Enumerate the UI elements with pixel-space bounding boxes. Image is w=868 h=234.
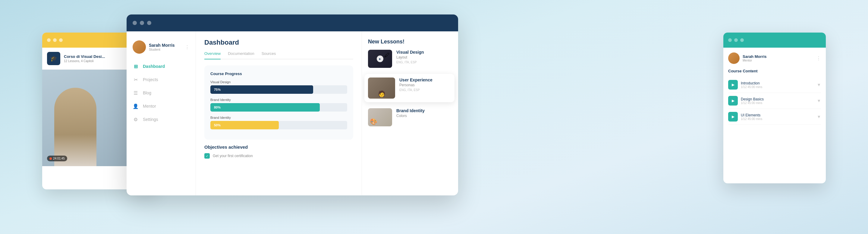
lesson-info-3: Brand Identity Colors [396,108,425,118]
right-lesson-icon-2: ▶ [728,96,738,106]
timer-badge: 24:01:45 [47,155,67,161]
user-role: Student [149,48,175,51]
objective-item-1: ✓ Get your first certification [204,153,353,158]
mentor-icon: 👤 [133,103,138,109]
right-dot-2 [734,38,738,42]
more-icon[interactable]: ⋮ [185,44,190,50]
lesson-thumb-3: 🎨 [368,108,392,126]
panel-title: Dashboard [204,38,353,47]
sidebar-user: Sarah Morris Student ⋮ [127,37,195,60]
progress-item-3: Brand Identity 50% [210,116,347,129]
progress-bar-bg-2: 80% [210,103,347,112]
right-sidebar-content: Sarah Morris Mentor ⋮ Course Content ▶ I… [723,48,826,130]
lesson-title-3: Brand Identity [396,108,425,113]
lesson-subtitle-3: Colors [396,114,425,118]
main-panel: Dashboard Overview Documentation Sources… [196,31,362,196]
colors-icon: 🎨 [370,118,377,125]
user-info: Sarah Morris Student [149,43,175,51]
expand-icon-1[interactable]: ▼ [817,82,821,87]
lesson-subtitle-2: Personas [399,83,433,87]
progress-bar-fill-1: 75% [210,85,313,94]
lesson-card-3: 🎨 Brand Identity Colors [368,108,452,126]
right-user-name: Sarah Morris [743,54,767,59]
main-titlebar [127,14,458,31]
progress-bar-bg-3: 50% [210,121,347,129]
right-lesson-item-2: ▶ Design Basics 1/12 45:00 mins ▼ [728,93,821,109]
lesson-info-2: User Experience Personas ENG, ITA, ESP [399,78,433,92]
main-dot-2 [140,21,144,25]
user-name: Sarah Morris [149,43,175,48]
check-icon: ✓ [204,153,210,158]
progress-bar-bg-1: 75% [210,85,347,94]
dashboard-icon: ⊞ [133,63,138,69]
tab-documentation[interactable]: Documentation [228,51,254,59]
course-icon: 🎓 [47,52,60,65]
right-lesson-name-3: UI Elements [741,113,762,117]
lesson-langs-1: ENG, ITA, ESP [396,61,424,64]
settings-icon: ⚙ [133,116,138,122]
avatar-image [133,40,146,54]
nav-blog[interactable]: ☰ Blog [127,86,195,99]
sidebar: Sarah Morris Student ⋮ ⊞ Dashboard ✂ Pro… [127,31,196,196]
new-lessons-panel: New Lessons! 🖊 ▶ Visual Design Layout EN… [362,31,458,196]
right-lesson-name-2: Design Basics [741,97,764,101]
lesson-thumb-1: 🖊 ▶ [368,50,392,68]
play-button-1[interactable]: ▶ [377,56,383,62]
right-dot-1 [728,38,732,42]
right-avatar [728,53,740,64]
progress-bar-fill-2: 80% [210,103,320,112]
main-dot-3 [147,21,151,25]
expand-icon-2[interactable]: ▼ [817,98,821,103]
right-user-role: Mentor [743,59,767,62]
nav-mentor-label: Mentor [143,104,156,109]
expand-icon-3[interactable]: ▼ [817,114,821,119]
progress-name-3: Brand Identity [210,116,347,119]
lesson-subtitle-1: Layout [396,55,424,59]
main-dot-1 [133,21,137,25]
right-user-row: Sarah Morris Mentor ⋮ [728,53,821,64]
progress-bar-fill-3: 50% [210,121,279,129]
course-title: Corso di Visual Desi... [64,54,105,59]
nav-settings-label: Settings [143,117,158,122]
nav-blog-label: Blog [143,90,151,95]
main-content: Sarah Morris Student ⋮ ⊞ Dashboard ✂ Pro… [127,31,458,196]
progress-name-1: Visual Design [210,80,347,84]
tab-sources[interactable]: Sources [261,51,276,59]
nav-projects-label: Projects [143,77,158,82]
lesson-card-1: 🖊 ▶ Visual Design Layout ENG, ITA, ESP [368,50,452,68]
projects-icon: ✂ [133,77,138,83]
person-figure [54,88,96,166]
right-lesson-meta-1: 1/12 45:00 mins [741,85,762,89]
objectives-section: Objectives achieved ✓ Get your first cer… [204,144,353,158]
progress-name-2: Brand Identity [210,98,347,101]
tabs: Overview Documentation Sources [204,51,353,59]
nav-mentor[interactable]: 👤 Mentor [127,99,195,113]
course-meta: 12 Lessons, 4 Capitoli [64,59,105,63]
right-lesson-info-1: Introduction 1/12 45:00 mins [741,81,762,89]
right-user-info: Sarah Morris Mentor [743,54,767,62]
avatar [133,40,146,54]
pen-icon: 🖊 [384,52,390,59]
course-progress-label: Course Progress [210,71,347,76]
lesson-card-2: 🧑 User Experience Personas ENG, ITA, ESP [364,74,455,102]
right-lesson-info-3: UI Elements 1/12 45:00 mins [741,113,762,121]
nav-settings[interactable]: ⚙ Settings [127,113,195,126]
main-window: Sarah Morris Student ⋮ ⊞ Dashboard ✂ Pro… [127,14,458,196]
right-more-icon[interactable]: ⋮ [816,56,821,61]
course-progress-card: Course Progress Visual Design 75% Brand … [204,65,353,140]
right-lesson-item-1: ▶ Introduction 1/12 45:00 mins ▼ [728,77,821,93]
right-lesson-meta-3: 1/12 45:00 mins [741,117,762,121]
right-section-title: Course Content [728,69,821,73]
dot-3 [59,38,63,42]
lesson-thumb-2: 🧑 [368,78,395,98]
dot-2 [53,38,57,42]
nav-dashboard[interactable]: ⊞ Dashboard [127,60,195,73]
lesson-info-1: Visual Design Layout ENG, ITA, ESP [396,50,424,64]
tab-overview[interactable]: Overview [204,51,221,59]
right-lesson-name-1: Introduction [741,81,762,85]
nav-projects[interactable]: ✂ Projects [127,73,195,86]
lesson-title-2: User Experience [399,78,433,82]
progress-item-2: Brand Identity 80% [210,98,347,112]
right-lesson-icon-3: ▶ [728,112,738,121]
lesson-title-1: Visual Design [396,50,424,55]
